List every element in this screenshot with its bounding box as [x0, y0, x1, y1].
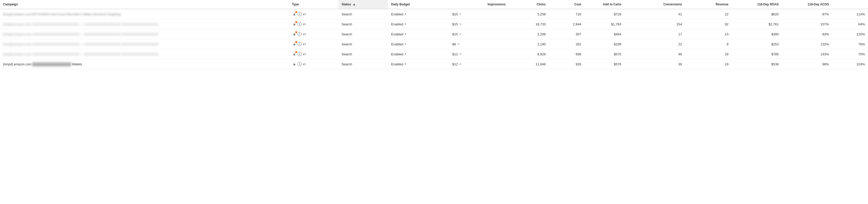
- type-cell: Search: [339, 59, 388, 69]
- revenue-cell: $380: [732, 29, 782, 39]
- status-dropdown-arrow[interactable]: ▼: [404, 33, 407, 35]
- col-conversions: Conversions: [624, 0, 685, 9]
- status-dropdown-arrow[interactable]: ▼: [404, 53, 407, 55]
- impressions-cell: 5,258: [509, 9, 549, 19]
- info-icon[interactable]: i: [298, 42, 302, 46]
- tag-icon: 🏷: [303, 32, 306, 36]
- roas-118-cell: 83%: [782, 29, 832, 39]
- table-row: [Ampd] amazon.com ██████████████████ Wal…: [0, 59, 868, 69]
- amazon-icon: a: [292, 42, 297, 47]
- campaigns-table: Campaign Type Status ▲ Daily Budget Impr…: [0, 0, 868, 69]
- status-cell[interactable]: Enabled ▼: [388, 29, 450, 39]
- edit-budget-icon[interactable]: ✏: [459, 62, 462, 66]
- orange-dot: [295, 11, 297, 13]
- add-to-carts-cell: 46: [624, 49, 685, 59]
- status-cell[interactable]: Enabled ▼: [388, 39, 450, 49]
- conversions-cell: 9: [685, 39, 732, 49]
- add-to-carts-cell: 22: [624, 39, 685, 49]
- add-to-carts-cell: 41: [624, 9, 685, 19]
- roas-118-cell: 132%: [782, 39, 832, 49]
- campaign-name-suffix: Wallets: [71, 62, 82, 66]
- status-cell[interactable]: Enabled ▼: [388, 59, 450, 69]
- status-text: Enabled: [391, 22, 404, 26]
- info-icon[interactable]: i: [298, 62, 302, 66]
- status-dropdown-arrow[interactable]: ▼: [404, 23, 407, 25]
- orange-dot: [295, 51, 297, 53]
- campaign-icons-cell: a i 🏷: [289, 49, 339, 59]
- col-roas-118: 118-Day ROAS: [732, 0, 782, 9]
- clicks-cell: 2,944: [549, 19, 584, 29]
- info-icon[interactable]: i: [298, 32, 302, 36]
- tag-icon: 🏷: [303, 52, 306, 56]
- campaign-icons-cell: a i 🏷: [289, 39, 339, 49]
- edit-budget-icon[interactable]: ✏: [459, 12, 462, 16]
- col-acos-118: 118-Day ACOS: [782, 0, 832, 9]
- edit-budget-icon[interactable]: ✏: [459, 33, 462, 36]
- amazon-icon: a: [292, 22, 297, 26]
- campaign-name-cell: [Ampd] amazon.com BOTHOMIN's Bull Guard …: [0, 9, 289, 19]
- campaign-icons-cell: a i 🏷: [289, 29, 339, 39]
- cost-cell: $570: [584, 49, 624, 59]
- type-cell: Search: [339, 19, 388, 29]
- status-cell[interactable]: Enabled ▼: [388, 49, 450, 59]
- acos-118-cell: 120%: [832, 29, 868, 39]
- status-text: Enabled: [391, 32, 404, 36]
- acos-118-cell: 64%: [832, 19, 868, 29]
- daily-budget-cell: $15 ✏: [450, 29, 509, 39]
- acos-118-cell: 70%: [832, 49, 868, 59]
- tag-icon: 🏷: [303, 22, 306, 26]
- col-impressions: Impressions: [450, 0, 509, 9]
- clicks-cell: 699: [549, 49, 584, 59]
- col-status[interactable]: Status ▲: [339, 0, 388, 9]
- impressions-cell: 18,733: [509, 19, 549, 29]
- col-add-to-carts: Add to Carts: [584, 0, 624, 9]
- table-row: [Ampd] amazon.com XXXXXXXXXXXXXXXXXXXXXX…: [0, 39, 868, 49]
- campaign-name-prefix: [Ampd] amazon.com: [3, 62, 32, 66]
- add-to-carts-cell: 17: [624, 29, 685, 39]
- col-campaign: Campaign: [0, 0, 289, 9]
- type-cell: Search: [339, 49, 388, 59]
- tag-icon: 🏷: [303, 42, 306, 46]
- campaign-name-blurred: ██████████████████: [32, 62, 71, 66]
- info-icon[interactable]: i: [298, 22, 302, 26]
- campaign-name-blurred: [Ampd] amazon.com XXXXXXXXXXXXXXXXXXXXXX…: [3, 23, 159, 26]
- status-dropdown-arrow[interactable]: ▼: [404, 63, 407, 65]
- edit-budget-icon[interactable]: ✏: [459, 23, 462, 26]
- campaign-name-cell: [Ampd] amazon.com XXXXXXXXXXXXXXXXXXXXXX…: [0, 19, 289, 29]
- status-cell[interactable]: Enabled ▼: [388, 9, 450, 19]
- status-text: Enabled: [391, 52, 404, 56]
- amazon-a-letter: a: [293, 42, 295, 46]
- impressions-cell: 11,848: [509, 59, 549, 69]
- clicks-cell: 307: [549, 29, 584, 39]
- info-icon[interactable]: i: [298, 12, 302, 16]
- campaign-icons-cell: a i 🏷: [289, 19, 339, 29]
- status-dropdown-arrow[interactable]: ▼: [404, 43, 407, 46]
- status-text: Enabled: [391, 42, 404, 46]
- conversions-cell: 29: [685, 49, 732, 59]
- info-icon[interactable]: i: [298, 52, 302, 56]
- status-cell[interactable]: Enabled ▼: [388, 19, 450, 29]
- col-type: Type: [289, 0, 339, 9]
- table-row: [Ampd] amazon.com XXXXXXXXXXXXXXXXXXXXXX…: [0, 19, 868, 29]
- edit-budget-icon[interactable]: ✏: [458, 42, 460, 46]
- status-dropdown-arrow[interactable]: ▼: [404, 13, 407, 16]
- tag-icon: 🏷: [303, 62, 306, 66]
- budget-amount: $15: [453, 32, 458, 36]
- budget-amount: $6: [453, 42, 456, 46]
- clicks-cell: 928: [549, 59, 584, 69]
- add-to-carts-cell: 39: [624, 59, 685, 69]
- daily-budget-cell: $15 ✏: [450, 9, 509, 19]
- revenue-cell: $620: [732, 9, 782, 19]
- orange-dot: [295, 21, 297, 23]
- roas-118-cell: 87%: [782, 9, 832, 19]
- amazon-a-letter: a: [293, 32, 295, 36]
- edit-budget-icon[interactable]: ✏: [459, 53, 462, 56]
- cost-cell: $199: [584, 39, 624, 49]
- campaign-name-cell: [Ampd] amazon.com XXXXXXXXXXXXXXXXXXXXXX…: [0, 29, 289, 39]
- add-to-carts-cell: 154: [624, 19, 685, 29]
- cost-cell: $729: [584, 9, 624, 19]
- campaign-icons-cell: a i 🏷: [289, 59, 339, 69]
- campaigns-table-container: Campaign Type Status ▲ Daily Budget Impr…: [0, 0, 868, 69]
- amazon-icon: a: [292, 12, 297, 17]
- amazon-a-letter: a: [293, 12, 295, 16]
